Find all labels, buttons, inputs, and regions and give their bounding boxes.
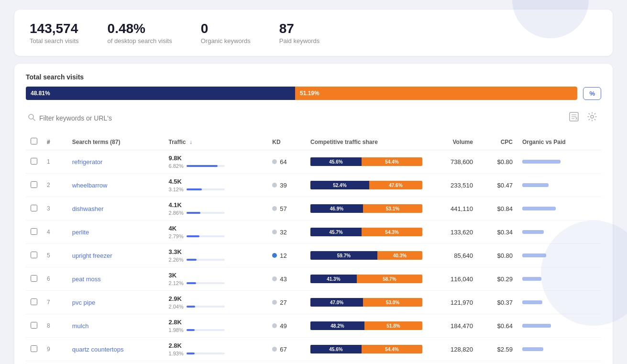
row-cpc: $0.80 (478, 150, 517, 174)
row-kd: 64 (267, 150, 306, 174)
row-keyword[interactable]: perlite (67, 221, 164, 244)
row-cpc: $0.47 (478, 174, 517, 197)
svg-line-1 (33, 119, 35, 121)
row-checkbox-cell (26, 221, 42, 244)
row-organic-vs-paid (517, 197, 601, 221)
percent-button[interactable]: % (583, 87, 601, 100)
ovp-bar (522, 254, 546, 257)
row-cpc: $0.57 (478, 361, 517, 364)
row-organic-vs-paid (517, 221, 601, 244)
select-all-checkbox[interactable] (31, 138, 37, 144)
stat-paid-keywords: 87 Paid keywords (279, 21, 320, 44)
row-checkbox-cell (26, 361, 42, 364)
ovp-bar (522, 207, 556, 210)
row-organic-vs-paid (517, 291, 601, 314)
row-cpc: $0.29 (478, 267, 517, 291)
col-volume: Volume (427, 134, 478, 150)
row-traffic: 4.1K 2.86% (164, 197, 268, 221)
row-keyword[interactable]: upright freezer (67, 244, 164, 267)
row-organic-vs-paid (517, 244, 601, 267)
row-checkbox[interactable] (31, 345, 37, 352)
table-row: 6 peat moss 3K 2.12% 43 41.3% 58.7% 116, (26, 267, 601, 291)
row-checkbox[interactable] (31, 298, 37, 305)
row-traffic: 4K 2.79% (164, 221, 268, 244)
row-checkbox[interactable] (31, 228, 37, 235)
row-checkbox-cell (26, 197, 42, 221)
row-cpc: $2.59 (478, 338, 517, 361)
row-checkbox[interactable] (31, 158, 37, 165)
row-kd: 27 (267, 361, 306, 364)
stat-organic-keywords: 0 Organic keywords (201, 21, 251, 44)
col-cpc: CPC (478, 134, 517, 150)
row-volume: 233,510 (427, 174, 478, 197)
row-volume: 121,970 (427, 291, 478, 314)
ovp-bar (522, 183, 549, 187)
row-traffic: 9.8K 6.82% (164, 150, 268, 174)
row-comp-traffic: 46.9% 53.1% (306, 197, 427, 221)
table-row: 4 perlite 4K 2.79% 32 45.7% 54.3% 133,62 (26, 221, 601, 244)
row-organic-vs-paid (517, 338, 601, 361)
row-keyword[interactable]: peat moss (67, 267, 164, 291)
filter-icons: X (567, 110, 599, 126)
filter-row: X (26, 110, 601, 126)
row-keyword[interactable]: garden soil (67, 361, 164, 364)
col-organic-vs-paid: Organic vs Paid (517, 134, 601, 150)
row-keyword[interactable]: pvc pipe (67, 291, 164, 314)
row-checkbox-cell (26, 338, 42, 361)
stat-organic-keywords-value: 0 (201, 21, 251, 36)
ovp-bar (522, 300, 542, 304)
row-organic-vs-paid (517, 267, 601, 291)
row-checkbox[interactable] (31, 252, 37, 258)
row-comp-traffic: 48.2% 51.8% (306, 314, 427, 338)
row-kd: 57 (267, 197, 306, 221)
svg-point-7 (591, 115, 594, 118)
row-number: 9 (42, 338, 67, 361)
table-row: 7 pvc pipe 2.9K 2.04% 27 47.0% 53.0% 121 (26, 291, 601, 314)
progress-bar-container: 48.81% 51.19% % (26, 87, 601, 100)
row-checkbox[interactable] (31, 275, 37, 282)
row-organic-vs-paid (517, 361, 601, 364)
settings-icon-button[interactable] (585, 110, 599, 126)
row-traffic: 2.8K 1.93% (164, 338, 268, 361)
row-keyword[interactable]: wheelbarrow (67, 174, 164, 197)
row-comp-traffic: 45.6% 54.4% (306, 150, 427, 174)
row-checkbox[interactable] (31, 205, 37, 211)
row-traffic: 2.9K 2.04% (164, 291, 268, 314)
row-checkbox[interactable] (31, 322, 37, 329)
row-keyword[interactable]: refrigerator (67, 150, 164, 174)
row-checkbox[interactable] (31, 181, 37, 188)
row-traffic: 4.5K 3.12% (164, 174, 268, 197)
row-cpc: $0.34 (478, 221, 517, 244)
row-number: 5 (42, 244, 67, 267)
ovp-bar (522, 230, 544, 234)
col-num: # (42, 134, 67, 150)
row-number: 7 (42, 291, 67, 314)
row-keyword[interactable]: quartz countertops (67, 338, 164, 361)
ovp-bar (522, 324, 551, 328)
section-title: Total search visits (26, 73, 601, 81)
stat-desktop-pct-label: of desktop search visits (108, 37, 172, 44)
filter-input[interactable] (39, 114, 562, 122)
row-kd: 27 (267, 291, 306, 314)
export-icon-button[interactable]: X (567, 110, 581, 126)
row-number: 3 (42, 197, 67, 221)
row-traffic: 2.7K 1.90% (164, 361, 268, 364)
keywords-table: # Search terms (87) Traffic ↓ KD Competi… (26, 134, 601, 364)
sort-icon: ↓ (189, 139, 192, 145)
ovp-bar (522, 347, 543, 351)
row-volume: 85,640 (427, 244, 478, 267)
col-traffic: Traffic ↓ (164, 134, 268, 150)
row-comp-traffic: 41.3% 58.7% (306, 267, 427, 291)
row-keyword[interactable]: dishwasher (67, 197, 164, 221)
row-number: 1 (42, 150, 67, 174)
row-comp-traffic: 52.4% 47.6% (306, 174, 427, 197)
row-keyword[interactable]: mulch (67, 314, 164, 338)
row-comp-traffic: 47.0% 53.0% (306, 291, 427, 314)
row-volume: 184,470 (427, 314, 478, 338)
progress-organic: 48.81% (26, 87, 295, 100)
col-kd: KD (267, 134, 306, 150)
row-volume: 21,300 (427, 361, 478, 364)
stat-desktop-pct: 0.48% of desktop search visits (108, 21, 172, 44)
progress-bar: 48.81% 51.19% (26, 87, 577, 100)
stats-row: 143,574 Total search visits 0.48% of des… (14, 10, 613, 56)
